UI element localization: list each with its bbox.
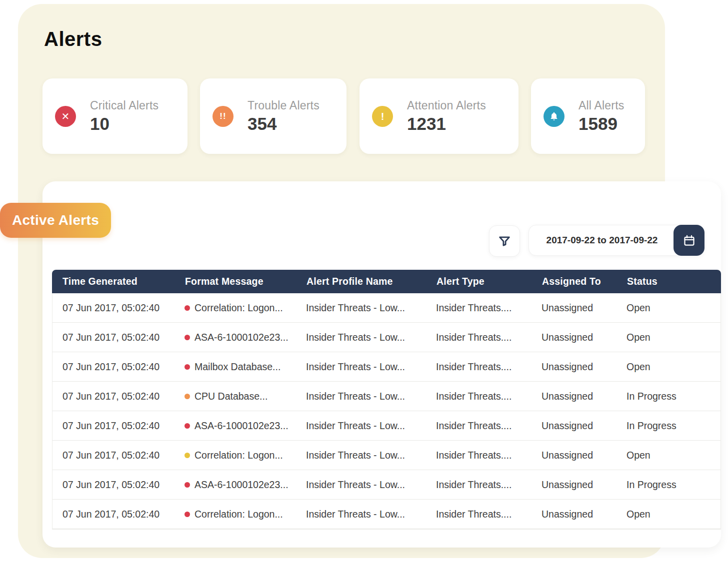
status-cell: In Progress	[616, 420, 720, 432]
status-cell: Open	[616, 450, 720, 461]
severity-dot-icon	[184, 305, 190, 311]
alert-profile-name-cell: Insider Threats - Low...	[296, 391, 426, 402]
table-row[interactable]: 07 Jun 2017, 05:02:40 ASA-6-1000102e23..…	[52, 323, 720, 352]
assigned-to-cell: Unassigned	[532, 509, 616, 520]
format-message-cell: CPU Database...	[174, 391, 296, 402]
exclamation-icon: !	[372, 106, 393, 127]
exclamation-glyph: !	[381, 111, 384, 121]
trouble-alerts-card[interactable]: !! Trouble Alerts 354	[200, 78, 346, 154]
severity-dot-icon	[184, 512, 190, 517]
alert-type-cell: Insider Threats....	[426, 450, 532, 461]
double-exclamation-glyph: !!	[220, 112, 226, 120]
format-message-text: CPU Database...	[194, 391, 268, 402]
attention-alerts-label: Attention Alerts	[407, 99, 486, 112]
col-alert-profile-name: Alert Profile Name	[296, 276, 426, 287]
format-message-cell: ASA-6-1000102e23...	[174, 332, 296, 343]
date-range-control: 2017-09-22 to 2017-09-22	[528, 225, 704, 256]
all-alerts-card[interactable]: All Alerts 1589	[531, 78, 645, 154]
col-status: Status	[616, 276, 721, 287]
format-message-cell: ASA-6-1000102e23...	[174, 420, 296, 432]
alert-type-cell: Insider Threats....	[426, 361, 532, 373]
time-generated-cell: 07 Jun 2017, 05:02:40	[52, 332, 174, 343]
attention-alerts-count: 1231	[407, 114, 486, 134]
format-message-text: Correlation: Logon...	[194, 509, 283, 520]
alert-profile-name-cell: Insider Threats - Low...	[296, 332, 426, 343]
calendar-icon	[682, 234, 696, 247]
col-assigned-to: Assigned To	[532, 276, 616, 287]
severity-dot-icon	[184, 482, 190, 488]
format-message-text: ASA-6-1000102e23...	[194, 479, 288, 491]
time-generated-cell: 07 Jun 2017, 05:02:40	[52, 391, 174, 402]
format-message-text: Mailbox Database...	[194, 361, 280, 373]
alert-profile-name-cell: Insider Threats - Low...	[296, 302, 426, 314]
severity-dot-icon	[184, 423, 190, 429]
format-message-cell: Correlation: Logon...	[174, 302, 296, 314]
alert-profile-name-cell: Insider Threats - Low...	[296, 420, 426, 432]
time-generated-cell: 07 Jun 2017, 05:02:40	[52, 361, 174, 373]
filter-button[interactable]	[489, 225, 520, 257]
table-body: 07 Jun 2017, 05:02:40 Correlation: Logon…	[52, 293, 721, 530]
severity-dot-icon	[184, 394, 190, 399]
critical-alerts-count: 10	[90, 114, 158, 134]
status-cell: Open	[616, 302, 720, 314]
time-generated-cell: 07 Jun 2017, 05:02:40	[52, 450, 174, 461]
severity-dot-icon	[184, 335, 190, 340]
alert-type-cell: Insider Threats....	[426, 509, 532, 520]
calendar-button[interactable]	[674, 225, 704, 256]
format-message-text: ASA-6-1000102e23...	[194, 332, 288, 343]
table-row[interactable]: 07 Jun 2017, 05:02:40 Mailbox Database..…	[52, 352, 720, 382]
format-message-text: ASA-6-1000102e23...	[194, 420, 288, 432]
alert-profile-name-cell: Insider Threats - Low...	[296, 450, 426, 461]
x-glyph: ✕	[62, 111, 70, 121]
severity-dot-icon	[184, 453, 190, 458]
col-time-generated: Time Generated	[52, 276, 174, 287]
alert-type-cell: Insider Threats....	[426, 479, 532, 491]
assigned-to-cell: Unassigned	[532, 302, 616, 314]
table-row[interactable]: 07 Jun 2017, 05:02:40 CPU Database... In…	[52, 382, 720, 411]
time-generated-cell: 07 Jun 2017, 05:02:40	[52, 420, 174, 432]
table-row[interactable]: 07 Jun 2017, 05:02:40 ASA-6-1000102e23..…	[52, 411, 720, 441]
trouble-alerts-count: 354	[248, 114, 320, 134]
format-message-text: Correlation: Logon...	[194, 450, 283, 461]
time-generated-cell: 07 Jun 2017, 05:02:40	[52, 509, 174, 520]
critical-alerts-card[interactable]: ✕ Critical Alerts 10	[42, 78, 188, 154]
funnel-icon	[498, 234, 512, 248]
active-alerts-badge: Active Alerts	[0, 203, 111, 238]
status-cell: In Progress	[616, 391, 720, 402]
active-alerts-badge-label: Active Alerts	[12, 212, 99, 228]
alert-profile-name-cell: Insider Threats - Low...	[296, 361, 426, 373]
alert-type-cell: Insider Threats....	[426, 332, 532, 343]
attention-alerts-card[interactable]: ! Attention Alerts 1231	[360, 78, 518, 154]
page-title: Alerts	[44, 28, 102, 50]
alert-type-cell: Insider Threats....	[426, 420, 532, 432]
x-circle-icon: ✕	[55, 106, 76, 127]
bell-icon	[544, 106, 564, 127]
assigned-to-cell: Unassigned	[532, 479, 616, 491]
severity-dot-icon	[184, 364, 190, 370]
assigned-to-cell: Unassigned	[532, 450, 616, 461]
time-generated-cell: 07 Jun 2017, 05:02:40	[52, 479, 174, 491]
assigned-to-cell: Unassigned	[532, 361, 616, 373]
assigned-to-cell: Unassigned	[532, 332, 616, 343]
format-message-text: Correlation: Logon...	[194, 302, 283, 314]
alert-type-cell: Insider Threats....	[426, 391, 532, 402]
col-format-message: Format Message	[174, 276, 296, 287]
table-row[interactable]: 07 Jun 2017, 05:02:40 Correlation: Logon…	[52, 441, 720, 470]
time-generated-cell: 07 Jun 2017, 05:02:40	[52, 302, 174, 314]
format-message-cell: Correlation: Logon...	[174, 450, 296, 461]
table-row[interactable]: 07 Jun 2017, 05:02:40 Correlation: Logon…	[52, 500, 720, 529]
status-cell: Open	[616, 332, 720, 343]
alerts-table: Time Generated Format Message Alert Prof…	[52, 270, 721, 530]
format-message-cell: Mailbox Database...	[174, 361, 296, 373]
alert-profile-name-cell: Insider Threats - Low...	[296, 479, 426, 491]
all-alerts-count: 1589	[578, 114, 624, 134]
status-cell: Open	[616, 509, 720, 520]
date-range-value: 2017-09-22 to 2017-09-22	[546, 235, 658, 246]
trouble-alerts-label: Trouble Alerts	[248, 99, 320, 112]
assigned-to-cell: Unassigned	[532, 391, 616, 402]
bell-glyph	[549, 111, 559, 121]
table-row[interactable]: 07 Jun 2017, 05:02:40 Correlation: Logon…	[52, 293, 720, 323]
table-row[interactable]: 07 Jun 2017, 05:02:40 ASA-6-1000102e23..…	[52, 470, 720, 500]
alert-profile-name-cell: Insider Threats - Low...	[296, 509, 426, 520]
status-cell: In Progress	[616, 479, 720, 491]
